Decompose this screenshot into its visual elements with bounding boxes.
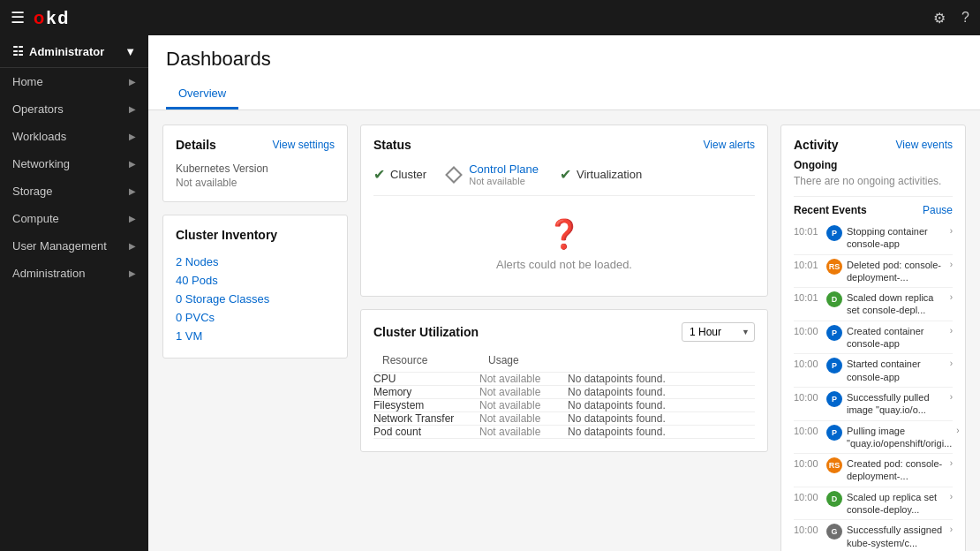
resource-podcount: Pod count: [373, 426, 479, 439]
list-item[interactable]: 10:01DScaled down replica set console-de…: [794, 288, 953, 321]
list-item: 40 Pods: [176, 271, 335, 290]
resource-network: Network Transfer: [373, 412, 479, 426]
sidebar-admin[interactable]: ☷ Administrator ▼: [0, 35, 148, 68]
status-items: ✔ Cluster Control Plane Not available ✔: [373, 162, 755, 195]
list-item: 1 VM: [176, 327, 335, 345]
col-resource: Resource: [373, 349, 479, 373]
event-time: 10:00: [794, 457, 822, 469]
utilization-title: Cluster Utilization: [373, 325, 479, 339]
sidebar-workloads-label: Workloads: [12, 130, 66, 143]
event-badge: P: [826, 391, 842, 407]
sidebar-item-compute[interactable]: Compute ▶: [0, 205, 148, 232]
event-time: 10:01: [794, 225, 822, 237]
event-time: 10:00: [794, 391, 822, 403]
sidebar-item-operators[interactable]: Operators ▶: [0, 95, 148, 123]
alerts-text: Alerts could not be loaded.: [496, 258, 632, 271]
chevron-right-icon: ›: [950, 457, 953, 468]
control-plane-link[interactable]: Control Plane: [469, 162, 539, 176]
chevron-right-icon: ›: [956, 425, 959, 435]
event-time: 10:01: [794, 291, 822, 303]
event-time: 10:01: [794, 259, 822, 270]
chevron-right-icon: ▶: [129, 241, 136, 251]
pvcs-link[interactable]: 0 PVCs: [176, 311, 215, 324]
list-item[interactable]: 10:00PSuccessfully pulled image "quay.io…: [794, 388, 953, 421]
event-text: Scaled down replica set console-depl...: [847, 291, 946, 317]
alerts-placeholder: ❓ Alerts could not be loaded.: [373, 195, 755, 283]
nodes-link[interactable]: 2 Nodes: [176, 255, 218, 268]
list-item: 0 Storage Classes: [176, 290, 335, 308]
storage-classes-link[interactable]: 0 Storage Classes: [176, 292, 269, 306]
chevron-right-icon: ▶: [129, 104, 136, 114]
time-select-wrap: 1 Hour 6 Hours 24 Hours: [682, 322, 755, 342]
admin-icon: ☷: [12, 44, 24, 58]
chevron-right-icon: ›: [950, 259, 953, 269]
sidebar-item-workloads[interactable]: Workloads ▶: [0, 123, 148, 150]
view-events-link[interactable]: View events: [896, 139, 953, 151]
pods-link[interactable]: 40 Pods: [176, 274, 218, 287]
pause-button[interactable]: Pause: [923, 204, 953, 216]
chevron-right-icon: ▶: [129, 132, 136, 141]
logo-d: d: [57, 8, 68, 28]
list-item[interactable]: 10:01RSDeleted pod: console-deployment-.…: [794, 255, 953, 289]
cluster-label: Cluster: [390, 168, 426, 181]
virtualization-label: Virtualization: [577, 168, 642, 181]
list-item: 2 Nodes: [176, 253, 335, 271]
question-mark-icon: ❓: [547, 217, 582, 251]
event-text: Scaled up replica set console-deploy...: [847, 491, 946, 517]
sidebar-networking-label: Networking: [12, 157, 70, 170]
middle-column: Status View alerts ✔ Cluster Control Pla…: [360, 125, 768, 551]
status-control-plane: Control Plane Not available: [448, 162, 539, 186]
page-title: Dashboards: [166, 48, 962, 71]
event-text: Successfully pulled image "quay.io/o...: [847, 391, 946, 417]
chevron-right-icon: ›: [950, 225, 953, 236]
hamburger-icon[interactable]: ☰: [11, 8, 25, 27]
help-icon[interactable]: ?: [961, 10, 969, 26]
k8s-version-value: Not available: [176, 177, 335, 189]
chevron-right-icon: ›: [950, 524, 953, 534]
list-item[interactable]: 10:00PStarted container console-app›: [794, 354, 953, 388]
sidebar: ☷ Administrator ▼ Home ▶ Operators ▶ Wor…: [0, 35, 148, 551]
sidebar-item-user-management[interactable]: User Management ▶: [0, 232, 148, 260]
event-text: Created container console-app: [847, 325, 946, 351]
event-badge: P: [826, 325, 842, 341]
settings-icon[interactable]: ⚙: [933, 10, 946, 26]
topbar: ☰ okd ⚙ ?: [0, 0, 980, 35]
chevron-right-icon: ▶: [129, 186, 136, 196]
status-title: Status: [373, 138, 411, 152]
event-badge: P: [826, 225, 842, 241]
sidebar-item-networking[interactable]: Networking ▶: [0, 150, 148, 177]
chevron-right-icon: ›: [950, 358, 953, 368]
view-alerts-link[interactable]: View alerts: [704, 139, 755, 151]
tab-overview[interactable]: Overview: [166, 79, 238, 109]
sidebar-storage-label: Storage: [12, 185, 53, 198]
chevron-right-icon: ▶: [129, 214, 136, 223]
sidebar-home-label: Home: [12, 75, 43, 88]
resource-filesystem: Filesystem: [373, 399, 479, 412]
list-item[interactable]: 10:00PCreated container console-app›: [794, 321, 953, 355]
chevron-right-icon: ›: [950, 391, 953, 402]
vms-link[interactable]: 1 VM: [176, 329, 202, 343]
sidebar-item-storage[interactable]: Storage ▶: [0, 177, 148, 205]
list-item[interactable]: 10:00RSCreated pod: console-deployment-.…: [794, 454, 953, 487]
sidebar-item-home[interactable]: Home ▶: [0, 68, 148, 95]
view-settings-link[interactable]: View settings: [273, 139, 335, 151]
table-row: Pod count Not available No datapoints fo…: [373, 426, 755, 439]
table-row: Network Transfer Not available No datapo…: [373, 412, 755, 426]
list-item[interactable]: 10:01PStopping container console-app›: [794, 222, 953, 255]
filesystem-availability: Not available: [479, 399, 568, 412]
list-item[interactable]: 10:00DScaled up replica set console-depl…: [794, 487, 953, 521]
list-item[interactable]: 10:00GSuccessfully assigned kube-system/…: [794, 520, 953, 551]
utilization-card: Cluster Utilization 1 Hour 6 Hours 24 Ho…: [360, 309, 768, 452]
ongoing-label: Ongoing: [794, 159, 953, 171]
content-area: Details View settings Kubernetes Version…: [148, 110, 980, 551]
time-select[interactable]: 1 Hour 6 Hours 24 Hours: [682, 322, 755, 342]
chevron-right-icon: ▶: [129, 159, 136, 169]
right-column: Activity View events Ongoing There are n…: [780, 125, 966, 551]
col-usage: Usage: [479, 349, 568, 373]
memory-data: No datapoints found.: [568, 386, 755, 399]
sidebar-item-administration[interactable]: Administration ▶: [0, 260, 148, 287]
table-row: Memory Not available No datapoints found…: [373, 386, 755, 399]
event-badge: D: [826, 291, 842, 307]
chevron-right-icon: ›: [950, 491, 953, 502]
list-item[interactable]: 10:00PPulling image "quay.io/openshift/o…: [794, 421, 953, 455]
